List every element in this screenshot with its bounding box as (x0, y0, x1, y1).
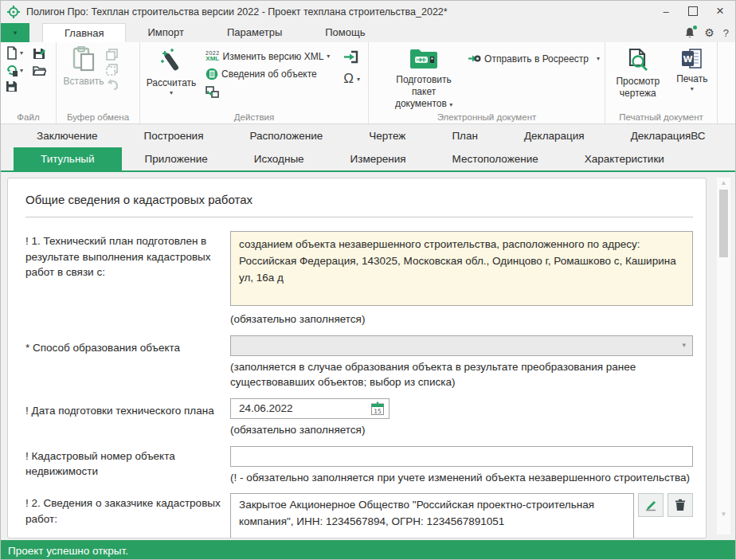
field-formation-hint: (заполняется в случае образования объект… (230, 360, 660, 390)
xml-2022-icon: 2022 XML (206, 50, 220, 62)
prepare-package-button[interactable]: Подготовить пакет документов ▾ (391, 46, 456, 111)
usb-folder-icon (409, 48, 439, 70)
menu-tab-glavnaya[interactable]: Главная (42, 23, 126, 42)
save-as-button[interactable] (33, 47, 51, 60)
tab-chertezh[interactable]: Чертеж (346, 124, 429, 147)
app-logo-icon (7, 6, 20, 18)
revert-icon (6, 64, 18, 76)
copy-button[interactable] (106, 49, 119, 61)
menu-bar: ▾ Главная Импорт Параметры Помощь ⚙ ? (1, 23, 735, 42)
field-customer-textarea[interactable]: Закрытое Акционерное Общество "Российска… (230, 493, 634, 538)
status-bar: Проект успешно открыт. (1, 540, 735, 560)
xml-caret-icon: ▾ (327, 53, 330, 60)
package-caret-icon: ▾ (449, 101, 452, 108)
tab-plan[interactable]: План (429, 124, 501, 147)
print-button[interactable]: W Печать ▾ (672, 46, 712, 111)
magic-wand-icon (159, 48, 183, 73)
field-formation-row: * Способ образования объекта ▾ (заполняе… (25, 335, 693, 390)
send-rosreestr-button[interactable]: Отправить в Росреестр ▾ (468, 53, 600, 65)
field-reason-label: ! 1. Технический план подготовлен в резу… (25, 231, 230, 327)
object-info-icon (206, 68, 218, 80)
field-reason-row: ! 1. Технический план подготовлен в резу… (25, 231, 693, 327)
menu-tab-parametry[interactable]: Параметры (206, 23, 303, 42)
group-label-actions: Действия (140, 112, 368, 122)
open-folder-icon (33, 65, 46, 76)
field-cadnum-row: ! Кадастровый номер объекта недвижимости… (25, 446, 693, 486)
group-label-clipboard: Буфер обмена (57, 112, 139, 122)
field-reason-textarea[interactable]: созданием объекта незавершенного строите… (230, 231, 693, 306)
menu-tab-pomosch[interactable]: Помощь (303, 23, 386, 42)
trash-icon (675, 499, 686, 511)
paste-button[interactable]: Вставить (61, 46, 106, 111)
help-icon[interactable]: ? (723, 28, 729, 38)
replace-objects-button[interactable] (206, 86, 330, 98)
send-rosreestr-icon (468, 53, 481, 65)
ribbon-group-file: ▾ ▾ Файл (1, 42, 57, 123)
undo-button[interactable] (106, 79, 119, 90)
ribbon-group-edoc: Подготовить пакет документов ▾ Отправить… (369, 42, 605, 123)
field-date-input[interactable]: 24.06.2022 15 (230, 398, 390, 419)
form-heading: Общие сведения о кадастровых работах (25, 193, 693, 206)
copy-icon (106, 49, 118, 61)
save-button[interactable] (6, 80, 28, 92)
new-caret-icon: ▾ (20, 49, 23, 57)
scroll-down-icon[interactable]: ▼ (717, 509, 730, 520)
field-date-label: ! Дата подготовки технического плана (25, 398, 230, 438)
preview-drawing-button[interactable]: Просмотр чертежа (610, 46, 666, 111)
content-area: Общие сведения о кадастровых работах ! 1… (1, 172, 735, 540)
group-label-file: Файл (1, 112, 56, 122)
tab-deklaratsiya[interactable]: Декларация (501, 124, 608, 147)
app-window: Полигон Про: Техплан строительства верси… (0, 0, 736, 560)
field-cadnum-input[interactable] (230, 446, 693, 467)
ribbon: ▾ ▾ Файл Вст (1, 42, 735, 124)
tab-iskhodnye[interactable]: Исходные (231, 147, 327, 170)
tab-izmereniya[interactable]: Измерения (327, 147, 429, 170)
tab-postroeniya[interactable]: Построения (120, 124, 226, 147)
open-button[interactable] (33, 65, 51, 76)
drawing-preview-icon (627, 48, 649, 72)
undo-icon (106, 79, 119, 90)
app-menu-button[interactable]: ▾ (1, 23, 29, 42)
delete-customer-button[interactable] (667, 493, 693, 517)
edit-customer-button[interactable] (638, 493, 664, 517)
field-customer-row: ! 2. Сведения о заказчике кадастровых ра… (25, 493, 693, 538)
tab-titulnyy[interactable]: Титульный (14, 147, 122, 170)
reopen-button[interactable]: ▾ (6, 64, 28, 76)
heading-divider (25, 217, 693, 217)
paste-special-button[interactable] (106, 64, 119, 76)
tab-raspolozhenie[interactable]: Расположение (226, 124, 346, 147)
calculate-button[interactable]: Рассчитать ▾ (145, 46, 198, 111)
scrollbar-thumb[interactable] (719, 190, 728, 257)
menu-tab-import[interactable]: Импорт (126, 23, 205, 42)
import-into-project-button[interactable] (343, 50, 360, 64)
vertical-scrollbar[interactable]: ▲ ▼ (717, 178, 730, 535)
field-formation-label: * Способ образования объекта (25, 335, 230, 390)
tab-deklaratsiyavs[interactable]: ДекларацияВС (608, 124, 729, 147)
paste-special-icon (106, 64, 118, 76)
close-button[interactable]: × (707, 1, 734, 22)
form-panel: Общие сведения о кадастровых работах ! 1… (7, 178, 707, 538)
minimize-button[interactable]: – (652, 1, 679, 22)
scroll-up-icon[interactable]: ▲ (721, 178, 727, 189)
window-title: Полигон Про: Техплан строительства верси… (26, 6, 448, 18)
change-xml-version-button[interactable]: 2022 XML Изменить версию XML ▾ (206, 50, 330, 62)
svg-text:W: W (683, 54, 693, 65)
swap-objects-icon (206, 86, 219, 98)
tab-zaklyuchenie[interactable]: Заключение (14, 124, 120, 147)
calendar-icon[interactable]: 15 (370, 401, 385, 416)
notifications-bell-icon[interactable] (684, 27, 695, 38)
settings-gear-icon[interactable]: ⚙ (704, 27, 714, 38)
field-reason-hint: (обязательно заполняется) (230, 312, 693, 327)
object-info-button[interactable]: Сведения об объекте (206, 68, 330, 80)
new-project-button[interactable]: ▾ (6, 46, 28, 60)
field-formation-select[interactable]: ▾ (230, 335, 693, 356)
tab-mestopolozhenie[interactable]: Местоположение (429, 147, 562, 170)
tab-kharakteristiki[interactable]: Характеристики (562, 147, 687, 170)
send-caret-icon: ▾ (597, 55, 600, 62)
tab-prilozhenie[interactable]: Приложение (122, 147, 231, 170)
maximize-button[interactable] (679, 1, 707, 22)
special-symbols-button[interactable]: Ω ▾ (343, 71, 360, 87)
new-file-icon (6, 46, 18, 60)
notification-dot (693, 25, 697, 29)
svg-text:15: 15 (374, 407, 382, 414)
